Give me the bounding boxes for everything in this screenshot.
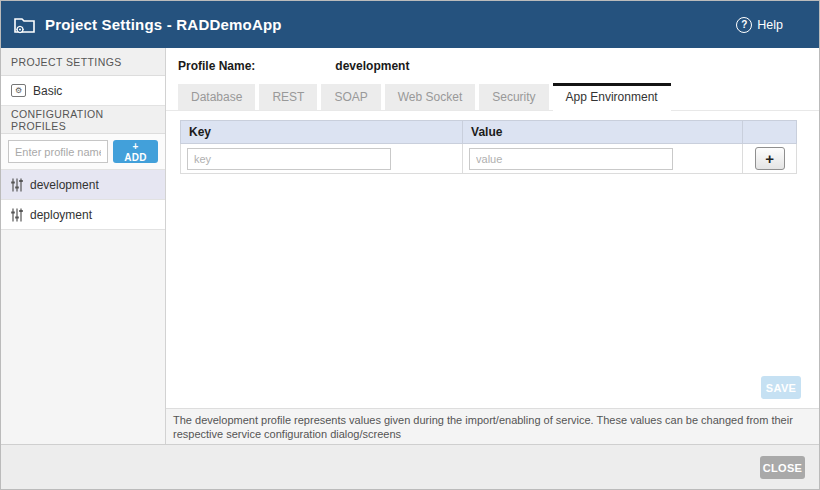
- help-button[interactable]: ? Help: [736, 17, 783, 33]
- profile-note: The development profile represents value…: [166, 409, 819, 444]
- sliders-icon: [11, 178, 23, 192]
- table-row: +: [181, 144, 797, 174]
- help-icon: ?: [736, 17, 752, 33]
- sidebar-item-basic[interactable]: ⚙ Basic: [1, 76, 165, 106]
- tab-rest[interactable]: REST: [259, 84, 317, 110]
- column-header-key: Key: [181, 121, 463, 144]
- column-header-action: [743, 121, 797, 144]
- profile-name-value: development: [335, 59, 409, 73]
- tab-web-socket[interactable]: Web Socket: [385, 84, 475, 110]
- tab-soap[interactable]: SOAP: [321, 84, 380, 110]
- section-header-project-settings: PROJECT SETTINGS: [1, 48, 165, 76]
- app-environment-panel: Key Value: [166, 111, 819, 409]
- sidebar-item-development[interactable]: development: [1, 170, 165, 200]
- key-input[interactable]: [187, 148, 391, 170]
- profile-name-input[interactable]: [8, 140, 108, 163]
- main-content: Profile Name: development Database REST …: [166, 48, 819, 444]
- sidebar-item-label: deployment: [30, 208, 92, 222]
- section-header-configuration-profiles: CONFIGURATION PROFILES: [1, 106, 165, 134]
- dialog-footer: CLOSE: [1, 444, 819, 490]
- sidebar: PROJECT SETTINGS ⚙ Basic CONFIGURATION P…: [1, 48, 166, 444]
- add-profile-button[interactable]: + ADD: [113, 140, 158, 163]
- value-input[interactable]: [469, 148, 673, 170]
- column-header-value: Value: [463, 121, 743, 144]
- titlebar: Project Settings - RADDemoApp ? Help: [1, 1, 819, 48]
- key-value-table: Key Value: [180, 120, 797, 174]
- sidebar-item-label: Basic: [33, 84, 62, 98]
- value-cell: [463, 144, 743, 174]
- close-button[interactable]: CLOSE: [760, 456, 805, 479]
- help-label: Help: [757, 18, 783, 32]
- project-settings-icon: [13, 15, 37, 35]
- action-cell: +: [743, 144, 797, 174]
- tab-security[interactable]: Security: [479, 84, 548, 110]
- project-settings-dialog: Project Settings - RADDemoApp ? Help PRO…: [0, 0, 820, 490]
- sidebar-item-deployment[interactable]: deployment: [1, 200, 165, 230]
- save-button[interactable]: SAVE: [761, 376, 801, 399]
- add-profile-row: + ADD: [1, 134, 165, 170]
- profile-name-row: Profile Name: development: [166, 48, 819, 83]
- sliders-icon: [11, 208, 23, 222]
- tab-database[interactable]: Database: [178, 84, 255, 110]
- key-cell: [181, 144, 463, 174]
- tab-app-environment[interactable]: App Environment: [553, 83, 671, 111]
- sidebar-item-label: development: [30, 178, 99, 192]
- add-row-button[interactable]: +: [755, 147, 785, 170]
- profile-name-label: Profile Name:: [178, 59, 255, 73]
- tab-bar: Database REST SOAP Web Socket Security A…: [166, 83, 819, 111]
- window-title: Project Settings - RADDemoApp: [45, 16, 282, 33]
- basic-settings-icon: ⚙: [11, 84, 26, 97]
